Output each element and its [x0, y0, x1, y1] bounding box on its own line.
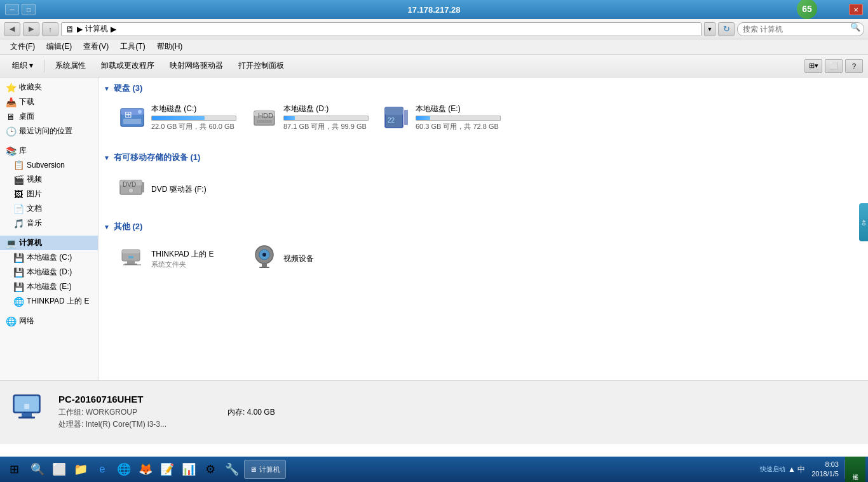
title-text: 17.178.217.28	[407, 5, 460, 15]
sidebar-item-thinkpad[interactable]: 🌐 THINKPAD 上的 E	[0, 294, 98, 309]
address-dropdown[interactable]: ▼	[704, 22, 715, 36]
svg-text:HDD: HDD	[258, 112, 273, 119]
sidebar-item-desktop[interactable]: 🖥 桌面	[0, 109, 98, 124]
dvd-info: DVD 驱动器 (F:)	[151, 184, 207, 195]
other-header[interactable]: ▼ 其他 (2)	[104, 221, 863, 232]
menu-help[interactable]: 帮助(H)	[152, 40, 188, 53]
dvd-item[interactable]: DVD DVD 驱动器 (F:)	[114, 168, 241, 211]
sidebar-item-favorites[interactable]: ⭐ 收藏夹	[0, 80, 98, 95]
sidebar-item-drive-d[interactable]: 💾 本地磁盘 (D:)	[0, 265, 98, 279]
hard-disks-header[interactable]: ▼ 硬盘 (3)	[104, 83, 863, 94]
menu-file[interactable]: 文件(F)	[5, 40, 40, 53]
close-button[interactable]: ✕	[849, 4, 863, 15]
address-input[interactable]: 🖥 ▶ 计算机 ▶	[61, 22, 702, 36]
video-label: 视频	[27, 174, 42, 185]
yunwei-button[interactable]: 运维	[845, 457, 865, 482]
drive-c-bar	[151, 116, 236, 121]
sidebar-item-drive-e[interactable]: 💾 本地磁盘 (E:)	[0, 279, 98, 294]
star-icon: ⭐	[5, 83, 17, 93]
sidebar-item-downloads[interactable]: 📥 下载	[0, 95, 98, 109]
dvd-name: DVD 驱动器 (F:)	[151, 184, 207, 195]
system-properties-button[interactable]: 系统属性	[48, 57, 93, 75]
uninstall-button[interactable]: 卸载或更改程序	[94, 57, 161, 75]
drive-d-icon: 💾	[13, 267, 24, 278]
taskbar-word[interactable]: 📝	[158, 460, 177, 479]
menu-view[interactable]: 查看(V)	[78, 40, 114, 53]
drive-e-visual-icon: 22	[383, 104, 410, 137]
recent-label: 最近访问的位置	[19, 126, 72, 137]
sidebar: ⭐ 收藏夹 📥 下载 🖥 桌面 🕒 最近访问的位置 📚 库 📋 Subversi…	[0, 77, 98, 380]
sidebar-item-drive-c[interactable]: 💾 本地磁盘 (C:)	[0, 250, 98, 265]
back-button[interactable]: ◀	[4, 22, 20, 36]
download-icon: 📥	[5, 97, 17, 107]
taskbar-firefox[interactable]: 🦊	[136, 460, 155, 479]
svg-rect-7	[257, 120, 272, 123]
forward-button[interactable]: ▶	[23, 22, 39, 36]
sidebar-item-subversion[interactable]: 📋 Subversion	[0, 158, 98, 172]
subversion-label: Subversion	[27, 161, 65, 170]
taskbar-app-computer[interactable]: 🖥 计算机	[244, 460, 286, 479]
sidebar-item-library[interactable]: 📚 库	[0, 144, 98, 158]
removable-section: ▼ 有可移动存储的设备 (1) DVD DVD	[104, 152, 863, 211]
computer-label: 计算机	[19, 238, 42, 248]
refresh-button[interactable]: ↻	[718, 22, 735, 36]
sidebar-item-pictures[interactable]: 🖼 图片	[0, 187, 98, 201]
taskbar-extra1[interactable]: ⚙	[201, 460, 220, 479]
right-edge-icon: 40	[861, 220, 867, 225]
up-button[interactable]: ↑	[42, 22, 58, 36]
start-button[interactable]: ⊞	[3, 459, 25, 479]
taskbar-app-icon: 🖥	[250, 465, 257, 473]
search-input[interactable]	[737, 22, 864, 36]
taskbar-chrome[interactable]: 🌐	[114, 460, 133, 479]
sidebar-item-video[interactable]: 🎬 视频	[0, 172, 98, 187]
video-icon: 🎬	[13, 175, 24, 185]
sidebar-item-music[interactable]: 🎵 音乐	[0, 216, 98, 231]
preview-pane-button[interactable]: ⬜	[825, 59, 843, 73]
taskbar-search[interactable]: 🔍	[28, 460, 47, 479]
help-button[interactable]: ?	[845, 59, 863, 73]
organize-button[interactable]: 组织 ▾	[5, 57, 40, 75]
removable-header[interactable]: ▼ 有可移动存储的设备 (1)	[104, 152, 863, 163]
drive-c-fill	[152, 116, 205, 120]
video-device-item[interactable]: 视频设备	[246, 238, 373, 280]
taskbar-extra2[interactable]: 🔧	[222, 460, 241, 479]
restore-button[interactable]: □	[22, 4, 36, 15]
sidebar-item-documents[interactable]: 📄 文档	[0, 201, 98, 216]
taskbar-excel[interactable]: 📊	[179, 460, 198, 479]
minimize-button[interactable]: ─	[5, 4, 19, 15]
search-icon[interactable]: 🔍	[850, 22, 864, 36]
control-panel-button[interactable]: 打开控制面板	[231, 57, 291, 75]
network-label: 网络	[19, 316, 34, 326]
svg-point-25	[262, 253, 266, 257]
drive-d-visual-icon: HDD	[250, 104, 278, 137]
computer-info: PC-20160716UHET 工作组: WORKGROUP 处理器: Inte…	[58, 394, 166, 431]
drive-e-item[interactable]: 22 本地磁盘 (E:) 60.3 GB 可用，共 72.8 GB	[378, 99, 505, 142]
menu-edit[interactable]: 编辑(E)	[41, 40, 77, 53]
taskbar-browser-ie[interactable]: e	[93, 460, 112, 479]
taskbar-file-explorer[interactable]: 📁	[71, 460, 90, 479]
drives-grid: ⊞ 本地磁盘 (C:) 22.0 GB 可用，共 60.0 GB	[104, 99, 863, 142]
thinkpad-item[interactable]: THINKPAD 上的 E 系统文件夹	[114, 238, 241, 280]
view-toggle-button[interactable]: ⊞▾	[804, 59, 822, 73]
right-edge-button[interactable]: 40	[859, 203, 868, 241]
toolbar-separator	[44, 60, 44, 72]
music-label: 音乐	[27, 218, 42, 229]
drive-e-stats: 60.3 GB 可用，共 72.8 GB	[416, 122, 501, 131]
sidebar-item-recent[interactable]: 🕒 最近访问的位置	[0, 124, 98, 138]
map-drive-button[interactable]: 映射网络驱动器	[163, 57, 230, 75]
sidebar-item-network[interactable]: 🌐 网络	[0, 314, 98, 328]
svg-rect-27	[259, 267, 269, 268]
drive-c-item[interactable]: ⊞ 本地磁盘 (C:) 22.0 GB 可用，共 60.0 GB	[114, 99, 241, 142]
drive-d-item[interactable]: HDD 本地磁盘 (D:) 87.1 GB 可用，共 99.9 GB	[246, 99, 373, 142]
clock: 8:03 2018/1/5	[808, 460, 843, 479]
taskbar-task-view[interactable]: ⬜	[50, 460, 69, 479]
other-section: ▼ 其他 (2)	[104, 221, 863, 280]
hard-disks-section: ▼ 硬盘 (3) ⊞	[104, 83, 863, 142]
drive-c-info: 本地磁盘 (C:) 22.0 GB 可用，共 60.0 GB	[151, 104, 236, 131]
menu-tools[interactable]: 工具(T)	[115, 40, 150, 53]
sidebar-item-computer[interactable]: 💻 计算机	[0, 236, 98, 250]
svg-text:DVD: DVD	[123, 181, 136, 188]
thinkpad-item-sub: 系统文件夹	[151, 260, 214, 269]
removable-grid: DVD DVD 驱动器 (F:)	[104, 168, 863, 211]
svg-point-2	[138, 110, 142, 114]
